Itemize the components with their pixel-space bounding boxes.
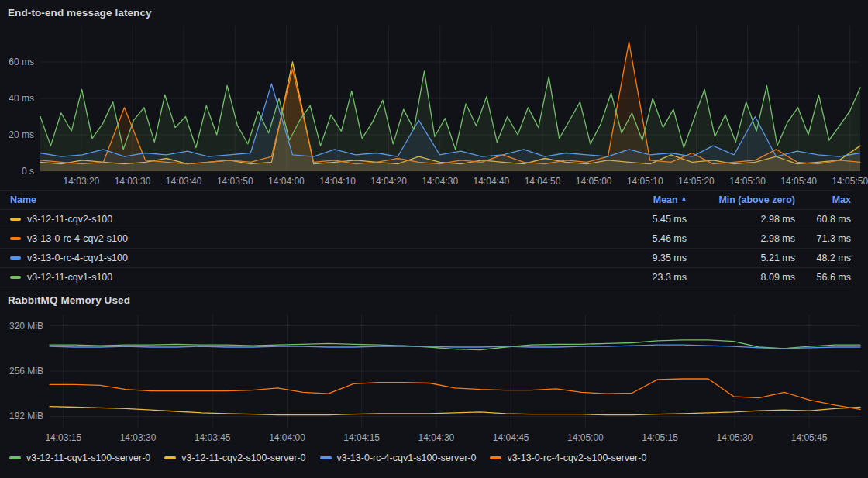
series-min-value: 2.98 ms bbox=[687, 214, 795, 225]
latency-legend-table: NameMean∧Min (above zero)Maxv3-12-11-cqv… bbox=[0, 190, 868, 287]
svg-text:0 s: 0 s bbox=[22, 166, 34, 177]
legend-table-row[interactable]: v3-13-0-rc-4-cqv1-s1009.35 ms5.21 ms48.2… bbox=[0, 248, 851, 267]
memory-chart[interactable]: 192 MiB256 MiB320 MiB14:03:1514:03:3014:… bbox=[0, 308, 868, 446]
svg-text:14:04:15: 14:04:15 bbox=[343, 432, 380, 443]
series-color-icon bbox=[9, 456, 21, 459]
svg-text:14:05:50: 14:05:50 bbox=[832, 176, 868, 187]
svg-text:14:05:45: 14:05:45 bbox=[791, 432, 828, 443]
legend-item[interactable]: v3-12-11-cqv1-s100-server-0 bbox=[9, 450, 150, 466]
svg-text:14:05:00: 14:05:00 bbox=[576, 176, 612, 187]
svg-text:20 ms: 20 ms bbox=[9, 129, 34, 140]
svg-text:14:05:40: 14:05:40 bbox=[780, 176, 817, 187]
series-name: v3-12-11-cqv1-s100-server-0 bbox=[26, 450, 150, 466]
legend-col-name[interactable]: Name bbox=[0, 194, 594, 205]
svg-text:192 MiB: 192 MiB bbox=[9, 411, 43, 421]
memory-chart-svg[interactable]: 192 MiB256 MiB320 MiB14:03:1514:03:3014:… bbox=[0, 308, 868, 446]
legend-header-row: NameMean∧Min (above zero)Max bbox=[0, 190, 851, 209]
svg-text:60 ms: 60 ms bbox=[9, 57, 34, 67]
svg-text:14:05:00: 14:05:00 bbox=[567, 432, 604, 443]
series-color-icon bbox=[10, 218, 21, 221]
series-color-icon bbox=[10, 276, 21, 279]
series-color-icon bbox=[320, 456, 332, 459]
series-mean-value: 23.3 ms bbox=[594, 272, 687, 283]
series-mean-value: 5.45 ms bbox=[594, 214, 687, 225]
series-mean-value: 5.46 ms bbox=[594, 233, 687, 244]
series-min-value: 8.09 ms bbox=[687, 272, 795, 283]
svg-text:14:04:40: 14:04:40 bbox=[474, 176, 510, 187]
series-color-icon bbox=[490, 456, 501, 459]
svg-text:14:04:00: 14:04:00 bbox=[269, 432, 305, 443]
sort-asc-icon: ∧ bbox=[681, 195, 687, 203]
svg-text:14:05:20: 14:05:20 bbox=[678, 176, 715, 187]
svg-text:14:05:30: 14:05:30 bbox=[729, 176, 766, 187]
svg-text:320 MiB: 320 MiB bbox=[9, 321, 43, 332]
legend-col-mean[interactable]: Mean∧ bbox=[594, 194, 687, 205]
svg-text:14:04:50: 14:04:50 bbox=[525, 176, 561, 187]
panel-rabbitmq-memory: RabbitMQ Memory Used 192 MiB256 MiB320 M… bbox=[0, 287, 868, 466]
series-max-value: 60.8 ms bbox=[795, 214, 851, 225]
legend-col-min[interactable]: Min (above zero) bbox=[687, 194, 795, 205]
series-max-value: 48.2 ms bbox=[795, 253, 851, 263]
svg-text:14:04:00: 14:04:00 bbox=[268, 176, 305, 187]
svg-text:14:05:30: 14:05:30 bbox=[717, 432, 753, 443]
svg-text:14:05:10: 14:05:10 bbox=[627, 176, 663, 187]
grafana-dashboard: End-to-end message latency 0 s20 ms40 ms… bbox=[0, 0, 868, 478]
legend-table-row[interactable]: v3-12-11-cqv1-s10023.3 ms8.09 ms56.6 ms bbox=[0, 267, 851, 287]
svg-text:14:03:45: 14:03:45 bbox=[195, 432, 231, 443]
legend-item[interactable]: v3-12-11-cqv2-s100-server-0 bbox=[164, 450, 305, 466]
series-name: v3-12-11-cqv2-s100-server-0 bbox=[181, 450, 305, 466]
series-name[interactable]: v3-13-0-rc-4-cqv1-s100 bbox=[27, 253, 128, 263]
series-name[interactable]: v3-13-0-rc-4-cqv2-s100 bbox=[27, 233, 128, 244]
latency-chart[interactable]: 0 s20 ms40 ms60 ms14:03:2014:03:3014:03:… bbox=[0, 21, 868, 190]
svg-text:14:04:45: 14:04:45 bbox=[493, 432, 529, 443]
panel-title-latency: End-to-end message latency bbox=[0, 0, 868, 21]
series-max-value: 71.3 ms bbox=[795, 233, 851, 244]
svg-text:256 MiB: 256 MiB bbox=[9, 366, 43, 377]
svg-text:14:04:20: 14:04:20 bbox=[370, 176, 407, 187]
series-name: v3-13-0-rc-4-cqv1-s100-server-0 bbox=[337, 450, 477, 466]
svg-text:14:04:30: 14:04:30 bbox=[422, 176, 458, 187]
memory-legend: v3-12-11-cqv1-s100-server-0v3-12-11-cqv2… bbox=[0, 446, 868, 466]
svg-text:14:04:10: 14:04:10 bbox=[319, 176, 356, 187]
panel-end-to-end-latency: End-to-end message latency 0 s20 ms40 ms… bbox=[0, 0, 868, 287]
series-max-value: 56.6 ms bbox=[795, 272, 851, 283]
svg-text:40 ms: 40 ms bbox=[9, 93, 34, 104]
svg-text:14:03:15: 14:03:15 bbox=[45, 432, 81, 443]
series-name[interactable]: v3-12-11-cqv2-s100 bbox=[27, 214, 112, 225]
series-mean-value: 9.35 ms bbox=[594, 253, 687, 263]
svg-text:14:03:20: 14:03:20 bbox=[64, 176, 100, 187]
legend-item[interactable]: v3-13-0-rc-4-cqv1-s100-server-0 bbox=[320, 450, 477, 466]
svg-text:14:03:40: 14:03:40 bbox=[166, 176, 202, 187]
series-name[interactable]: v3-12-11-cqv1-s100 bbox=[27, 272, 112, 283]
svg-text:14:05:15: 14:05:15 bbox=[642, 432, 678, 443]
svg-text:14:04:30: 14:04:30 bbox=[418, 432, 455, 443]
legend-item[interactable]: v3-13-0-rc-4-cqv2-s100-server-0 bbox=[490, 450, 646, 466]
svg-text:14:03:30: 14:03:30 bbox=[120, 432, 157, 443]
series-min-value: 2.98 ms bbox=[687, 233, 795, 244]
series-color-icon bbox=[10, 256, 21, 260]
svg-text:14:03:50: 14:03:50 bbox=[217, 176, 253, 187]
series-color-icon bbox=[10, 237, 21, 240]
series-min-value: 5.21 ms bbox=[687, 253, 795, 263]
svg-text:14:03:30: 14:03:30 bbox=[115, 176, 151, 187]
panel-title-memory: RabbitMQ Memory Used bbox=[0, 287, 868, 308]
series-name: v3-13-0-rc-4-cqv2-s100-server-0 bbox=[507, 450, 646, 466]
series-color-icon bbox=[164, 456, 176, 459]
legend-table-row[interactable]: v3-12-11-cqv2-s1005.45 ms2.98 ms60.8 ms bbox=[0, 209, 851, 229]
latency-chart-svg[interactable]: 0 s20 ms40 ms60 ms14:03:2014:03:3014:03:… bbox=[0, 21, 868, 190]
legend-col-max[interactable]: Max bbox=[795, 194, 851, 205]
legend-table-row[interactable]: v3-13-0-rc-4-cqv2-s1005.46 ms2.98 ms71.3… bbox=[0, 229, 851, 248]
